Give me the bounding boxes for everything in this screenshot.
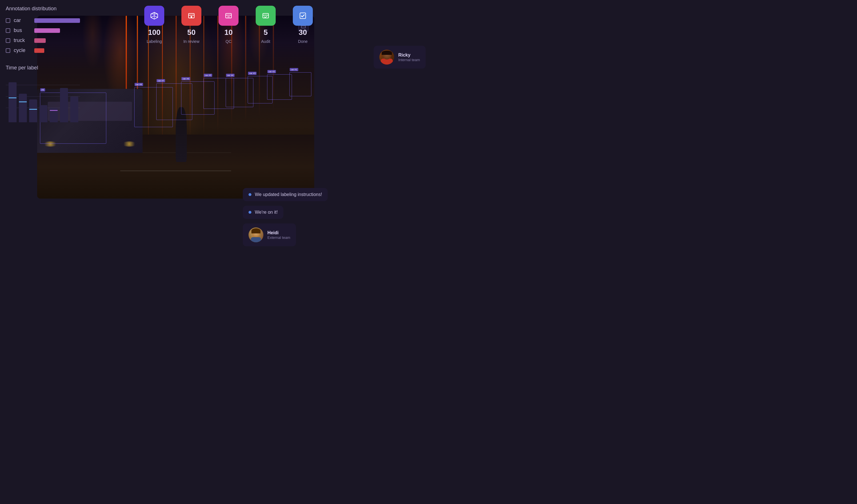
chart-bar-1: [9, 82, 17, 122]
bar-truck: [34, 38, 46, 43]
label-car: car: [14, 17, 31, 23]
chat-dot-1: [249, 193, 251, 196]
svg-rect-7: [300, 13, 306, 19]
label-truck: truck: [14, 37, 31, 44]
ricky-info: Ricky Internal team: [398, 53, 420, 62]
audit-count: 5: [264, 28, 268, 37]
checkbox-bus[interactable]: [6, 28, 10, 33]
main-container: Annotation distribution car bus truck: [0, 0, 428, 252]
labeling-label: Labeling: [147, 39, 162, 44]
review-count: 50: [187, 28, 196, 37]
bbox-label-car2: car #2: [267, 70, 276, 73]
chat-bubble-instructions: We updated labeling instructions!: [243, 188, 327, 201]
chat-message-2: We're on it!: [255, 210, 278, 215]
annotation-list: car bus truck cycle: [6, 17, 80, 53]
bbox-car1: car #1: [289, 72, 312, 96]
review-icon-box[interactable]: [181, 6, 201, 26]
status-item-audit: 5 Audit: [256, 6, 276, 44]
heidi-name: Heidi: [267, 230, 290, 235]
bbox-label-car5: car #5: [204, 74, 212, 77]
heidi-user-card: Heidi External team: [243, 223, 296, 246]
cube-icon: [150, 11, 159, 20]
heidi-team: External team: [267, 235, 290, 240]
chart-line-2: [6, 96, 80, 97]
bar-indicator-1: [9, 97, 17, 98]
ricky-jacket: [381, 58, 393, 65]
annotation-item-bus: bus: [6, 28, 80, 33]
headlight-2: [121, 141, 137, 147]
chart-bar-5: [50, 108, 58, 122]
ricky-avatar: [380, 50, 394, 65]
heidi-avatar: [249, 228, 263, 242]
labeling-icon-box[interactable]: [144, 6, 164, 26]
bar-indicator-5: [50, 110, 58, 111]
chat-bubble-response: We're on it!: [243, 206, 283, 219]
bar-chart-container: [6, 77, 80, 122]
left-panel: Annotation distribution car bus truck: [6, 6, 80, 122]
status-icons-row: 100 Labeling 50 In review: [144, 6, 313, 44]
status-item-review: 50 In review: [181, 6, 201, 44]
chat-message-1: We updated labeling instructions!: [255, 192, 322, 197]
body: [251, 237, 261, 242]
bar-car: [34, 18, 80, 23]
heidi-info: Heidi External team: [267, 230, 290, 240]
checkbox-truck[interactable]: [6, 38, 10, 43]
bbox-label-car1: car #1: [290, 68, 298, 71]
label-bus: bus: [14, 28, 31, 33]
label-cycle: cycle: [14, 47, 31, 53]
bbox-label-car7: car #7: [156, 79, 165, 82]
labeling-count: 100: [148, 28, 160, 37]
bbox-label-car4: car #4: [226, 74, 235, 77]
chart-bar-6: [60, 88, 68, 122]
qc-label: QC: [226, 39, 232, 44]
lane-marking-1: [120, 171, 231, 171]
ricky-avatar-img: [380, 50, 394, 65]
annotation-item-car: car: [6, 17, 80, 23]
bbox-car2: car #2: [267, 74, 292, 100]
audit-icon-box[interactable]: [256, 6, 276, 26]
review-icon: [187, 11, 196, 20]
done-label: Done: [298, 39, 307, 44]
bar-cycle: [34, 48, 44, 53]
review-label: In review: [183, 39, 199, 44]
bar-indicator-3: [29, 109, 37, 110]
chart-bar-3: [29, 99, 37, 122]
chat-area: We updated labeling instructions! We're …: [237, 188, 426, 246]
svg-rect-3: [226, 13, 231, 18]
qc-count: 10: [224, 28, 233, 37]
qc-icon-box[interactable]: [219, 6, 238, 26]
checkbox-cycle[interactable]: [6, 48, 10, 53]
bar-chart: [6, 77, 80, 122]
bar-bus: [34, 28, 60, 33]
audit-label: Audit: [261, 39, 270, 44]
bbox-label-car6: car #6: [181, 77, 190, 80]
audit-icon: [261, 11, 270, 20]
status-item-qc: 10 QC: [219, 6, 238, 44]
bbox-label-car8: car #8: [135, 83, 143, 86]
svg-point-2: [191, 16, 192, 17]
hair: [251, 228, 260, 233]
bbox-label-car3: car #3: [248, 72, 256, 75]
time-per-label-title: Time per label: [6, 65, 80, 71]
status-item-labeling: 100 Labeling: [144, 6, 164, 44]
ricky-team: Internal team: [398, 58, 420, 62]
bar-indicator-2: [19, 101, 27, 102]
annotation-distribution-title: Annotation distribution: [6, 6, 80, 12]
done-icon-box[interactable]: [293, 6, 313, 26]
checkbox-car[interactable]: [6, 18, 10, 23]
chart-bar-7: [70, 97, 78, 122]
annotation-item-truck: truck: [6, 37, 80, 44]
ricky-hair: [382, 51, 392, 55]
heidi-avatar-img: [249, 228, 263, 242]
time-per-label-section: Time per label: [6, 65, 80, 122]
annotation-item-cycle: cycle: [6, 47, 80, 53]
ricky-name: Ricky: [398, 53, 420, 58]
chart-bar-4: [39, 105, 47, 122]
chat-dot-2: [249, 211, 251, 214]
status-item-done: 30 Done: [293, 6, 313, 44]
done-count: 30: [299, 28, 307, 37]
done-icon: [298, 11, 307, 20]
chart-bar-2: [19, 94, 27, 122]
ricky-user-card: Ricky Internal team: [374, 46, 426, 69]
qc-icon: [224, 11, 233, 20]
